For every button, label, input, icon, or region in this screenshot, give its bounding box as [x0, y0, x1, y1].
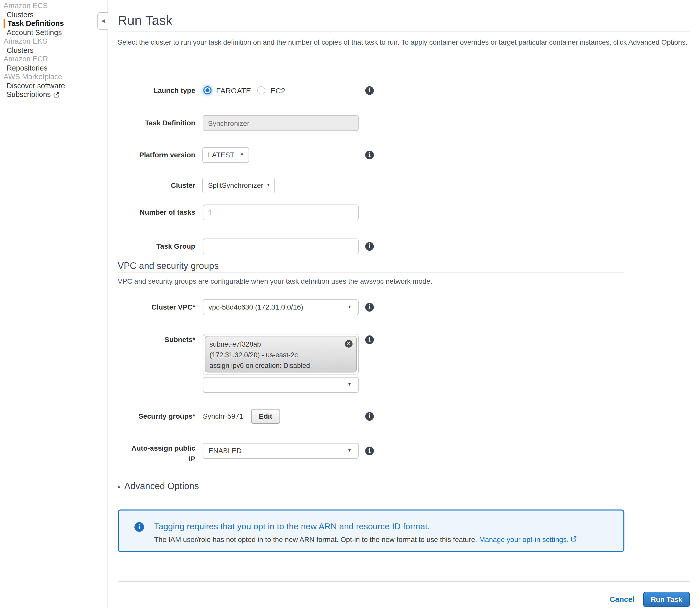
- collapse-left-icon: ◀: [101, 19, 105, 23]
- sidebar-item-discover-software[interactable]: Discover software: [0, 81, 108, 90]
- page-description: Select the cluster to run your task defi…: [118, 37, 690, 48]
- task-group-info-icon[interactable]: i: [365, 242, 374, 251]
- remove-subnet-icon[interactable]: ✕: [345, 340, 353, 348]
- run-task-button[interactable]: Run Task: [643, 592, 690, 607]
- task-group-label: Task Group: [127, 238, 195, 254]
- subnet-ipv6-info: assign ipv6 on creation: Disabled: [210, 360, 352, 371]
- launch-type-radio-ec2[interactable]: [257, 86, 265, 94]
- cancel-button[interactable]: Cancel: [599, 592, 634, 607]
- info-icon: i: [134, 522, 144, 532]
- chevron-down-icon: ▼: [347, 305, 352, 309]
- advanced-options-toggle[interactable]: ▸ Advanced Options: [118, 481, 199, 492]
- auto-assign-public-ip-info-icon[interactable]: i: [365, 447, 374, 455]
- cluster-vpc-info-icon[interactable]: i: [365, 303, 374, 311]
- launch-type-info-icon[interactable]: i: [365, 86, 374, 95]
- tagging-info-banner: i Tagging requires that you opt in to th…: [118, 510, 625, 552]
- security-groups-label: Security groups*: [127, 408, 195, 424]
- platform-version-value: LATEST: [208, 148, 234, 162]
- manage-opt-in-settings-link[interactable]: Manage your opt-in settings.: [479, 536, 569, 543]
- platform-version-label: Platform version: [127, 147, 195, 163]
- subnet-cidr-az: (172.31.32.0/20) - us-east-2c: [210, 350, 352, 360]
- subnet-tag: subnet-e7f328ab (172.31.32.0/20) - us-ea…: [205, 336, 357, 373]
- subnets-add-select[interactable]: ▼: [203, 377, 359, 393]
- title-divider: [118, 31, 690, 31]
- sidebar-header-amazon-ecs: Amazon ECS: [0, 1, 108, 10]
- banner-title: Tagging requires that you opt in to the …: [154, 522, 430, 532]
- security-groups-value: Synchr-5971: [203, 408, 243, 424]
- banner-body: The IAM user/role has not opted in to th…: [154, 536, 577, 543]
- chevron-down-icon: ▼: [240, 153, 244, 157]
- edit-security-groups-button[interactable]: Edit: [251, 409, 280, 424]
- vpc-section-divider: [118, 273, 625, 273]
- sidebar: Amazon ECS Clusters Task Definitions Acc…: [0, 0, 108, 608]
- platform-version-select[interactable]: LATEST ▼: [202, 147, 249, 163]
- sidebar-item-eks-clusters[interactable]: Clusters: [0, 46, 108, 55]
- radio-dot: [205, 88, 210, 92]
- task-definition-field: [203, 115, 359, 131]
- vpc-section-description: VPC and security groups are configurable…: [118, 277, 432, 285]
- cluster-label: Cluster: [127, 178, 195, 193]
- page-title: Run Task: [118, 13, 172, 28]
- security-groups-info-icon[interactable]: i: [365, 412, 374, 421]
- cluster-vpc-label: Cluster VPC*: [127, 300, 195, 315]
- sidebar-item-ecs-clusters[interactable]: Clusters: [0, 10, 108, 19]
- number-of-tasks-label: Number of tasks: [127, 205, 195, 220]
- subnets-label: Subnets*: [127, 332, 195, 348]
- advanced-options-label: Advanced Options: [124, 481, 199, 492]
- sidebar-item-account-settings[interactable]: Account Settings: [0, 28, 108, 37]
- number-of-tasks-input[interactable]: [203, 205, 359, 220]
- auto-assign-public-ip-label: Auto-assign public IP: [127, 443, 195, 464]
- task-group-input[interactable]: [203, 238, 359, 254]
- launch-type-radio-fargate[interactable]: [203, 86, 212, 94]
- launch-type-option-fargate-label[interactable]: FARGATE: [216, 83, 251, 98]
- platform-version-info-icon[interactable]: i: [365, 151, 374, 159]
- subnets-info-icon[interactable]: i: [365, 335, 374, 344]
- cluster-vpc-value: vpc-58d4c630 (172.31.0.0/16): [209, 300, 303, 315]
- sidebar-header-aws-marketplace: AWS Marketplace: [0, 72, 108, 81]
- sidebar-item-task-definitions[interactable]: Task Definitions: [3, 19, 108, 28]
- chevron-right-icon: ▸: [118, 483, 121, 489]
- sidebar-item-subscriptions[interactable]: Subscriptions: [0, 90, 108, 99]
- task-definition-label: Task Definition: [127, 115, 195, 131]
- sidebar-header-amazon-eks: Amazon EKS: [0, 37, 108, 46]
- chevron-down-icon: ▼: [347, 449, 352, 453]
- vpc-section-heading: VPC and security groups: [118, 261, 219, 272]
- cluster-select[interactable]: SplitSynchronizer ▼: [202, 178, 275, 193]
- cluster-value: SplitSynchronizer: [208, 178, 263, 193]
- advanced-options-divider: [118, 493, 625, 493]
- chevron-down-icon: ▼: [347, 382, 352, 387]
- cluster-vpc-select[interactable]: vpc-58d4c630 (172.31.0.0/16) ▼: [203, 300, 359, 315]
- auto-assign-public-ip-select[interactable]: ENABLED ▼: [203, 443, 359, 459]
- run-task-page: Amazon ECS Clusters Task Definitions Acc…: [0, 0, 700, 612]
- sidebar-item-repositories[interactable]: Repositories: [0, 64, 108, 72]
- subnet-id: subnet-e7f328ab: [210, 339, 352, 350]
- sidebar-collapse-button[interactable]: ◀: [97, 12, 108, 30]
- external-link-icon: [571, 536, 577, 542]
- chevron-down-icon: ▼: [266, 183, 270, 187]
- external-link-icon: [53, 92, 59, 98]
- auto-assign-public-ip-value: ENABLED: [209, 444, 242, 458]
- banner-body-text: The IAM user/role has not opted in to th…: [154, 536, 477, 543]
- launch-type-option-ec2-label[interactable]: EC2: [270, 83, 285, 98]
- launch-type-label: Launch type: [127, 83, 195, 98]
- sidebar-header-amazon-ecr: Amazon ECR: [0, 55, 108, 64]
- subnets-selected-list: subnet-e7f328ab (172.31.32.0/20) - us-ea…: [203, 334, 359, 375]
- footer-divider: [118, 581, 690, 582]
